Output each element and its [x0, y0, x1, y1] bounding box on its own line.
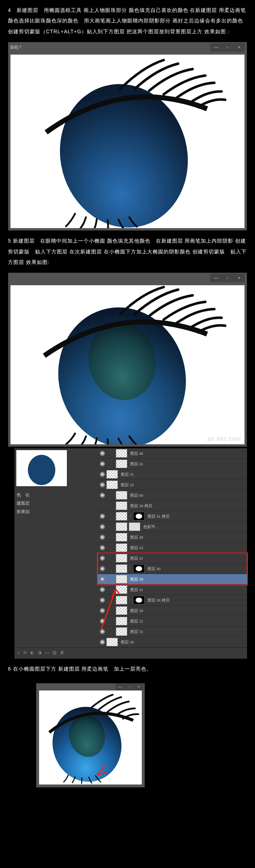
highlight-box: 图层 41⋮图层 40图层 39: [98, 553, 247, 585]
restore-icon[interactable]: ▫: [222, 43, 233, 51]
indent-spacer: [106, 558, 114, 559]
close-icon[interactable]: ×: [234, 274, 245, 282]
indent-spacer: [106, 527, 114, 527]
layer-thumb[interactable]: [116, 522, 127, 531]
layer-row[interactable]: 图层 30 拷贝: [98, 501, 247, 511]
visibility-eye-icon[interactable]: [100, 545, 105, 550]
layer-row[interactable]: 图层 31: [98, 627, 247, 637]
step6-image: — ▫ ×: [36, 683, 145, 787]
layer-row[interactable]: 图层 39: [98, 574, 247, 585]
layer-thumb[interactable]: [116, 459, 127, 468]
close-icon[interactable]: ×: [234, 43, 245, 51]
indent-spacer: [106, 516, 114, 517]
visibility-eye-icon[interactable]: [100, 640, 105, 645]
indent-spacer: [106, 453, 114, 454]
layer-row[interactable]: 图层 35: [98, 469, 247, 480]
layer-thumb[interactable]: [116, 606, 127, 615]
mask-add-icon[interactable]: ◐: [30, 650, 34, 655]
restore-icon[interactable]: ▫: [222, 274, 233, 282]
visibility-eye-icon[interactable]: [100, 619, 105, 624]
visibility-eye-icon[interactable]: [100, 629, 105, 634]
layer-thumb[interactable]: [116, 543, 127, 552]
layer-preview-thumb: [16, 450, 67, 487]
minimize-icon[interactable]: —: [211, 43, 221, 51]
visibility-eye-icon[interactable]: [100, 514, 105, 519]
side-text-line: 色 在: [17, 491, 67, 499]
step6-text: 6 在小椭圆图层下方 新建图层 用柔边画笔 加上一层亮色。: [0, 659, 255, 679]
step5-text: 5 新建图层 在眼睛中间加上一个小椭圆 颜色填充其他颜色 在新建图层 用画笔加上…: [0, 231, 255, 273]
layer-name-label: 图层 32: [130, 619, 143, 624]
layer-row[interactable]: 图层 46: [98, 448, 247, 459]
visibility-eye-icon[interactable]: [100, 577, 105, 582]
layer-name-label: 色彩平...: [143, 524, 158, 530]
layer-thumb[interactable]: [116, 585, 127, 594]
link-icon: ⋮: [129, 598, 132, 602]
layer-mask-thumb[interactable]: [133, 564, 145, 573]
layer-thumb[interactable]: [116, 491, 127, 500]
layer-name-label: 图层 42: [130, 587, 143, 593]
indent-spacer: [106, 506, 114, 506]
layer-row[interactable]: 图层 32: [98, 616, 247, 627]
layer-thumb[interactable]: [116, 575, 127, 583]
svg-point-0: [44, 70, 204, 228]
visibility-eye-icon[interactable]: [100, 451, 105, 456]
restore-icon[interactable]: ▫: [125, 684, 134, 690]
adjustment-icon[interactable]: ◑: [38, 650, 41, 655]
close-icon[interactable]: ×: [135, 684, 143, 690]
layer-thumb[interactable]: [116, 501, 127, 510]
newlayer-icon[interactable]: ▤: [52, 650, 56, 655]
layer-row[interactable]: 色彩平...: [98, 522, 247, 532]
visibility-eye-icon[interactable]: [100, 566, 105, 571]
step4-image-wrap: B/8) * — ▫ ×: [0, 42, 255, 231]
step6-canvas: [36, 690, 145, 787]
adjustment-thumb[interactable]: [129, 522, 140, 531]
layer-row[interactable]: 图层 30: [98, 637, 247, 647]
visibility-eye-icon[interactable]: [100, 503, 105, 508]
watermark: ps ahz.com: [208, 436, 241, 442]
step4-window: B/8) * — ▫ ×: [8, 42, 247, 231]
layer-row[interactable]: ⋮图层 40: [98, 564, 247, 574]
trash-icon[interactable]: 🗑: [60, 650, 64, 655]
link-icon[interactable]: ⍟: [17, 650, 20, 655]
layer-thumb[interactable]: [116, 627, 127, 636]
layer-thumb[interactable]: [116, 564, 127, 573]
layer-row[interactable]: 图层 43: [98, 543, 247, 553]
visibility-eye-icon[interactable]: [100, 587, 105, 592]
visibility-eye-icon[interactable]: [100, 598, 105, 603]
visibility-eye-icon[interactable]: [100, 535, 105, 540]
indent-spacer: [106, 632, 114, 632]
layer-row[interactable]: ⋮图层 38 拷贝: [98, 595, 247, 606]
minimize-icon[interactable]: —: [116, 684, 124, 690]
visibility-eye-icon[interactable]: [100, 472, 105, 477]
layer-row[interactable]: ⋮图层 41 拷贝: [98, 511, 247, 522]
layer-thumb[interactable]: [116, 617, 127, 625]
visibility-eye-icon[interactable]: [100, 482, 105, 487]
visibility-eye-icon[interactable]: [100, 608, 105, 613]
layer-thumb[interactable]: [106, 470, 118, 479]
layer-thumb[interactable]: [106, 638, 118, 646]
layer-name-label: 图层 38 拷贝: [148, 598, 170, 603]
visibility-eye-icon[interactable]: [100, 493, 105, 498]
layer-thumb[interactable]: [116, 596, 127, 604]
layer-thumb[interactable]: [116, 512, 127, 521]
layer-row[interactable]: 图层 41: [98, 553, 247, 564]
layer-thumb[interactable]: [116, 554, 127, 563]
visibility-eye-icon[interactable]: [100, 556, 105, 561]
layer-thumb[interactable]: [106, 480, 118, 489]
layer-row[interactable]: 图层 60: [98, 490, 247, 501]
layer-thumb[interactable]: [116, 449, 127, 458]
layer-row[interactable]: 图层 45: [98, 459, 247, 469]
fx-icon[interactable]: fx: [24, 650, 27, 655]
layer-row[interactable]: 图层 48: [98, 532, 247, 543]
layer-thumb[interactable]: [116, 533, 127, 542]
layer-mask-thumb[interactable]: [133, 512, 145, 521]
layer-mask-thumb[interactable]: [133, 596, 145, 604]
layer-row[interactable]: 图层 34: [98, 480, 247, 490]
group-icon[interactable]: ▭: [45, 650, 49, 655]
visibility-eye-icon[interactable]: [100, 524, 105, 529]
minimize-icon[interactable]: —: [211, 274, 221, 282]
layer-row[interactable]: 图层 42: [98, 585, 247, 595]
layer-row[interactable]: 图层 56: [98, 606, 247, 616]
layer-name-label: 图层 41 拷贝: [148, 514, 170, 519]
visibility-eye-icon[interactable]: [100, 461, 105, 466]
